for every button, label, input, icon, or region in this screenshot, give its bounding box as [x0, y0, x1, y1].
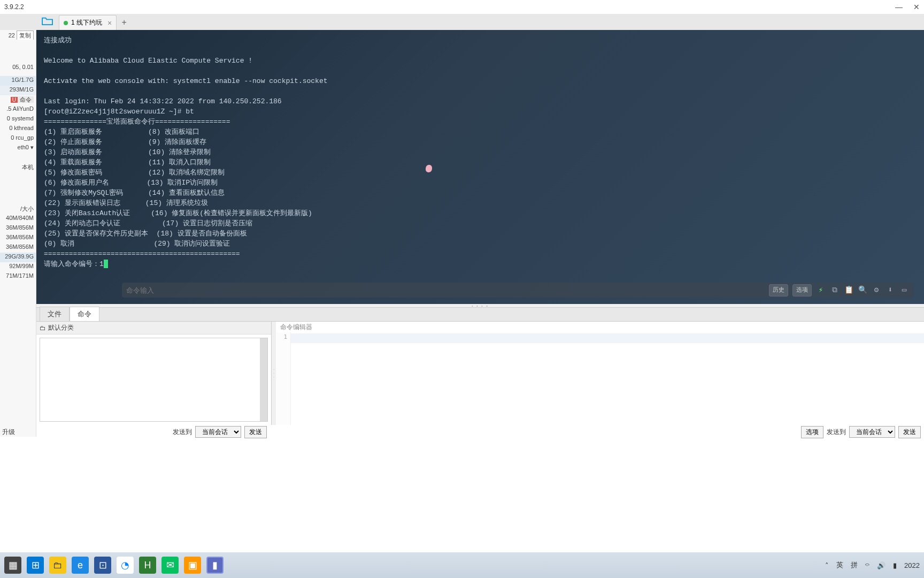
vertical-splitter[interactable]: ···	[272, 322, 276, 425]
iface-select[interactable]: eth0 ▾	[0, 143, 36, 153]
send-button-left[interactable]: 发送	[244, 426, 267, 438]
editor-title: 命令编辑器	[276, 322, 924, 332]
send-to-label: 发送到	[173, 428, 192, 437]
proc-3: 0 kthread	[0, 124, 36, 134]
send-button-right[interactable]: 发送	[898, 426, 921, 438]
size-4: 36M/856M	[0, 243, 36, 253]
editor-current-line[interactable]	[291, 333, 924, 343]
tab-label: 1 线下约玩	[71, 18, 102, 27]
title-bar: 3.9.2.2 — ✕	[0, 0, 924, 14]
status-dot-icon	[64, 21, 68, 25]
command-input[interactable]	[126, 286, 765, 294]
size-7: 71M/171M	[0, 272, 36, 282]
upgrade-link[interactable]: 升级	[2, 428, 15, 437]
command-editor-pane: 命令编辑器 1	[276, 322, 924, 425]
load-avg: 05, 0.01	[0, 63, 36, 73]
proc-4: 0 rcu_gp	[0, 134, 36, 143]
line-number: 1	[283, 333, 287, 340]
tab-command[interactable]: 命令	[70, 307, 99, 321]
plus-icon: +	[122, 18, 127, 27]
category-bar[interactable]: 🗀 默认分类	[36, 322, 271, 334]
command-bar: 历史 选项 ⚡ ⧉ 📋 🔍 ⚙ ⬇ ▭	[122, 283, 913, 298]
history-button[interactable]: 历史	[769, 284, 788, 296]
cmd-badge: U	[11, 97, 18, 103]
close-button[interactable]: ✕	[913, 3, 920, 11]
cursor-icon	[104, 260, 108, 268]
app1-icon[interactable]: ◔	[117, 557, 134, 574]
volume-icon[interactable]: 🔊	[877, 561, 886, 569]
wifi-icon[interactable]: ⌔	[865, 561, 869, 569]
bolt-icon[interactable]: ⚡	[816, 285, 826, 295]
size-6: 92M/99M	[0, 262, 36, 272]
gear-icon[interactable]: ⚙	[872, 285, 881, 295]
options-button[interactable]: 选项	[792, 284, 812, 296]
minimize-button[interactable]: —	[895, 3, 903, 11]
taskbar: ▦ ⊞ 🗀 e ⊡ ◔ H ✉ ▣ ▮ ˄ 英 拼 ⌔ 🔊 ▮ 2022	[0, 552, 924, 578]
send-bar-left: 升级 发送到 当前会话 发送	[0, 425, 270, 439]
start-icon[interactable]: ⊞	[27, 557, 44, 574]
tab-bar: 1 线下约玩 × +	[0, 14, 924, 30]
command-list[interactable]	[40, 338, 268, 422]
chevron-up-icon[interactable]: ˄	[825, 561, 829, 569]
folder-small-icon: 🗀	[40, 324, 46, 332]
terminal[interactable]: 连接成功 Welcome to Alibaba Cloud Elastic Co…	[36, 30, 924, 304]
side-panel: 22 复制 05, 0.01 1G/1.7G 293M/1G U命令 .5 Al…	[0, 30, 36, 437]
line-gutter: 1	[276, 332, 291, 425]
session-select-right[interactable]: 当前会话	[849, 426, 895, 438]
tab-file[interactable]: 文件	[40, 307, 70, 321]
copy-icon[interactable]: ⧉	[830, 285, 840, 295]
clock[interactable]: 2022	[904, 561, 920, 569]
editor-body[interactable]: 1	[276, 332, 924, 425]
scrollbar[interactable]	[260, 338, 267, 421]
app-version: 3.9.2.2	[4, 3, 24, 11]
bottom-tab-bar: 文件 命令	[36, 307, 924, 321]
folder-icon[interactable]	[42, 16, 55, 29]
size-3: 36M/856M	[0, 233, 36, 243]
pointer-icon	[426, 165, 432, 172]
fullscreen-icon[interactable]: ▭	[899, 285, 909, 295]
taskview-icon[interactable]: ▦	[4, 557, 21, 574]
category-label: 默认分类	[48, 323, 74, 332]
system-tray: ˄ 英 拼 ⌔ 🔊 ▮ 2022	[825, 560, 920, 570]
new-tab-button[interactable]: +	[117, 15, 132, 30]
tab-close-icon[interactable]: ×	[107, 19, 112, 27]
store-icon[interactable]: ⊡	[94, 557, 111, 574]
download-icon[interactable]: ⬇	[886, 285, 895, 295]
command-list-pane: 🗀 默认分类	[36, 322, 272, 425]
lang2[interactable]: 拼	[851, 560, 858, 570]
paste-icon[interactable]: 📋	[844, 285, 853, 295]
app3-icon[interactable]: ▣	[184, 557, 201, 574]
proc-1: .5 AliYunD	[0, 105, 36, 115]
wechat-icon[interactable]: ✉	[161, 557, 179, 574]
edge-icon[interactable]: e	[72, 557, 89, 574]
app2-icon[interactable]: H	[139, 557, 156, 574]
sizes-header: /大小	[0, 204, 36, 214]
size-5: 29G/39.9G	[0, 253, 36, 262]
send-to-label-right: 发送到	[827, 428, 846, 437]
options-button-right[interactable]: 选项	[801, 426, 823, 438]
battery-icon[interactable]: ▮	[893, 561, 897, 569]
mem-1: 1G/1.7G	[0, 76, 36, 86]
lang1[interactable]: 英	[836, 560, 843, 570]
session-tab[interactable]: 1 线下约玩 ×	[59, 15, 117, 30]
side-num: 22	[9, 32, 15, 39]
session-select-left[interactable]: 当前会话	[195, 426, 241, 438]
local-label: 本机	[0, 163, 36, 172]
size-1: 40M/840M	[0, 214, 36, 224]
mem-2: 293M/1G	[0, 86, 36, 95]
terminal-app-icon[interactable]: ▮	[206, 557, 224, 574]
copy-button[interactable]: 复制	[17, 31, 34, 40]
bottom-panel: 🗀 默认分类 ··· 命令编辑器 1	[36, 321, 924, 425]
terminal-output: 连接成功 Welcome to Alibaba Cloud Elastic Co…	[44, 36, 328, 268]
size-2: 36M/856M	[0, 224, 36, 233]
explorer-icon[interactable]: 🗀	[49, 557, 66, 574]
proc-2: 0 systemd	[0, 115, 36, 124]
search-icon[interactable]: 🔍	[858, 285, 867, 295]
cmd-label: 命令	[18, 96, 34, 103]
send-bar-right: 选项 发送到 当前会话 发送	[273, 425, 924, 439]
